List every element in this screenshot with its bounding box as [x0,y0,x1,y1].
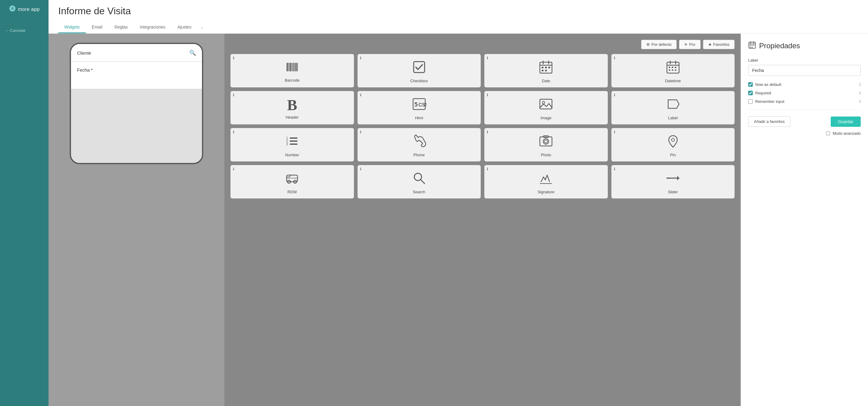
pro-button[interactable]: ✈ Pro [679,40,700,49]
tab-reglas[interactable]: Reglas [108,22,134,33]
number-label: Number [285,153,299,157]
widget-card-search[interactable]: ℹ Search [358,165,481,199]
svg-rect-0 [287,63,288,71]
svg-rect-36 [290,141,298,142]
widget-card-html[interactable]: ℹ 5CSS Html [358,91,481,124]
widget-card-checkbox[interactable]: ℹ Checkbox [358,54,481,87]
svg-rect-15 [548,67,550,68]
info-icon: ℹ [614,130,615,134]
svg-text:5: 5 [414,101,418,108]
required-label: Required [755,91,857,95]
widget-card-signature[interactable]: ℹ Signature [484,165,608,199]
phone-frame: Cliente 🔍 Fecha * [70,43,203,164]
html-icon: 5CSS [412,97,426,113]
main-content: Informe de Visita Widgets Email Reglas I… [49,0,868,406]
favoritos-button[interactable]: ★ Favoritos [703,40,735,49]
content-area: Cliente 🔍 Fecha * ⚙ Por defecto ✈ Pro [49,34,868,406]
add-favorites-button[interactable]: Añadir a favoritos [748,116,790,127]
photo-label: Photo [541,153,551,157]
now-as-default-checkbox[interactable] [748,82,753,87]
widget-card-datetime[interactable]: ℹ Datetime [612,54,735,87]
svg-rect-26 [672,69,673,71]
remember-input-info-icon[interactable]: ℹ [859,99,861,104]
label-icon [666,97,680,113]
search-label: Search [413,190,425,194]
remember-input-label: Remember input [755,99,857,104]
remember-input-checkbox[interactable] [748,99,753,104]
phone-preview: Cliente 🔍 Fecha * [49,34,224,406]
svg-rect-13 [542,67,544,68]
pin-label: Pin [670,153,676,157]
svg-line-49 [421,180,425,183]
now-as-default-label: Now as default [755,82,857,87]
widget-card-image[interactable]: ℹ Image [484,91,608,124]
phone-field-cliente: Cliente 🔍 [71,44,202,62]
tab-email[interactable]: Email [86,22,108,33]
cancel-button[interactable]: ← Cancelar [0,26,49,35]
svg-rect-3 [291,63,292,71]
info-icon: ℹ [233,56,235,60]
pin-icon [666,134,680,150]
tab-integraciones[interactable]: Integraciones [134,22,172,33]
widget-card-phone[interactable]: ℹ Phone [358,128,481,162]
calendar-icon [748,41,756,51]
widget-card-barcode[interactable]: ℹ Barcode [230,54,354,87]
rdw-icon [285,171,299,187]
info-icon: ℹ [360,93,362,97]
info-icon: ℹ [614,167,615,171]
number-icon: 123 [285,134,299,150]
barcode-icon [285,60,299,76]
svg-point-40 [543,139,549,144]
info-icon: ℹ [360,167,362,171]
info-icon: ℹ [487,130,488,134]
properties-title: Propiedades [748,41,861,51]
logo-icon [9,5,16,13]
svg-rect-2 [290,63,291,71]
required-checkbox[interactable] [748,91,753,95]
svg-rect-1 [288,63,289,71]
widget-card-photo[interactable]: ℹ Photo [484,128,608,162]
por-defecto-button[interactable]: ⚙ Por defecto [641,40,677,49]
info-icon: ℹ [487,93,488,97]
widget-card-header[interactable]: ℹ B Header [230,91,354,124]
phone-icon [412,134,426,150]
tab-collapse-button[interactable]: ‹ [197,22,206,33]
now-as-default-info-icon[interactable]: ℹ [859,82,861,87]
tab-ajustes[interactable]: Ajustes [172,22,197,33]
label-label: Label [668,116,678,120]
sidebar: more app ← Cancelar [0,0,49,406]
required-info-icon[interactable]: ℹ [859,90,861,95]
svg-rect-16 [542,70,544,71]
widget-card-label[interactable]: ℹ Label [612,91,735,124]
info-icon: ℹ [360,56,362,60]
save-button[interactable]: Guardar [831,117,861,127]
widget-card-rdw[interactable]: ℹ RDW [230,165,354,199]
star-icon: ★ [708,42,712,47]
widget-area: ⚙ Por defecto ✈ Pro ★ Favoritos ℹ [224,34,741,406]
svg-rect-27 [675,69,676,71]
svg-rect-7 [297,63,298,71]
svg-rect-24 [675,67,676,68]
svg-rect-14 [545,67,547,68]
widget-card-date[interactable]: ℹ Date [484,54,608,87]
svg-rect-22 [669,67,670,68]
info-icon: ℹ [233,167,235,171]
logo: more app [4,5,44,13]
tab-widgets[interactable]: Widgets [58,22,86,33]
advanced-checkbox[interactable] [826,132,830,135]
header-icon: B [287,97,297,113]
svg-rect-61 [750,47,751,48]
widget-card-slider[interactable]: ℹ Slider [612,165,735,199]
advanced-label: Modo avanzado [833,131,861,136]
label-field-label: Label [748,58,861,62]
search-widget-icon [412,171,426,187]
slider-icon [666,171,680,187]
divider [748,110,861,110]
widget-card-pin[interactable]: ℹ Pin [612,128,735,162]
widget-grid: ℹ Barcode ℹ Checkbox ℹ [230,54,735,199]
info-icon: ℹ [614,56,615,60]
widget-card-number[interactable]: ℹ 123 Number [230,128,354,162]
photo-icon [539,134,553,150]
label-input[interactable] [748,65,861,76]
svg-rect-23 [672,67,673,68]
